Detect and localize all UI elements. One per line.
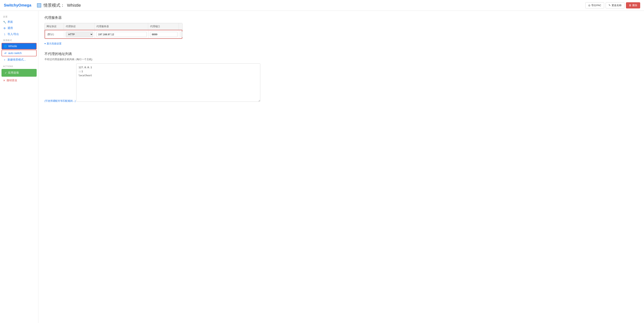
proxy-port-cell bbox=[148, 31, 179, 38]
profile-color-square bbox=[37, 3, 41, 7]
scenarios-section-label: 情景模式 bbox=[0, 37, 38, 42]
no-proxy-desc: 不经过代理连接的主机列表: (每行一个主机) bbox=[44, 58, 638, 61]
header-proxy-protocol: 代理协议 bbox=[64, 23, 94, 30]
add-icon: + bbox=[3, 58, 6, 61]
header-actions: ◎ 导出PAC ✎ 更改名称 🗑 删除 bbox=[585, 2, 640, 8]
discard-button[interactable]: ✕ 撤销更改 bbox=[0, 77, 20, 83]
main-content: 代理服务器 网址协议 代理协议 代理服务器 代理端口 (默认) HTTP HTT… bbox=[38, 11, 644, 323]
no-proxy-section: 不代理的地址列表 不经过代理连接的主机列表: (每行一个主机) (可使用通配符等… bbox=[44, 51, 638, 103]
export-pac-button[interactable]: ◎ 导出PAC bbox=[585, 2, 604, 8]
page-title: 情景模式： Whistle bbox=[44, 2, 81, 8]
import-icon: ⤵ bbox=[3, 33, 6, 36]
cancel-icon: ✕ bbox=[3, 79, 5, 82]
lock-icon: 🔒 bbox=[182, 33, 183, 36]
header-proxy-port: 代理端口 bbox=[148, 23, 179, 30]
header: SwitchyOmega 情景模式： Whistle ◎ 导出PAC ✎ 更改名… bbox=[0, 0, 644, 11]
delete-icon: 🗑 bbox=[629, 4, 631, 7]
proxy-server-cell bbox=[95, 31, 148, 38]
default-protocol-label: (默认) bbox=[46, 33, 55, 36]
proxy-table-header: 网址协议 代理协议 代理服务器 代理端口 bbox=[45, 23, 182, 30]
proxy-protocol-select[interactable]: HTTP HTTPS SOCKS4 SOCKS5 bbox=[66, 32, 93, 37]
main-layout: 设置 🔧 界面 ⚙ 通用 ⤵ 导入/导出 情景模式 🌐 Whistle ⇄ au… bbox=[0, 11, 644, 323]
lock-cell: 🔒 bbox=[179, 30, 182, 38]
settings-section-label: 设置 bbox=[0, 14, 38, 19]
apply-button[interactable]: ✓ 应用选项 bbox=[2, 69, 36, 77]
lock-button[interactable]: 🔒 bbox=[181, 31, 182, 37]
advanced-settings-link[interactable]: ▾ 显示高级设置 bbox=[44, 40, 638, 47]
url-protocol-cell: (默认) bbox=[45, 31, 64, 37]
gear-icon: ⚙ bbox=[3, 27, 6, 30]
export-pac-icon: ◎ bbox=[588, 4, 590, 7]
header-proxy-server: 代理服务器 bbox=[94, 23, 148, 30]
wrench-icon: 🔧 bbox=[3, 21, 6, 23]
proxy-table-row: (默认) HTTP HTTPS SOCKS4 SOCKS5 bbox=[45, 30, 182, 39]
proxy-protocol-cell: HTTP HTTPS SOCKS4 SOCKS5 bbox=[64, 30, 95, 38]
sidebar-item-interface[interactable]: 🔧 界面 bbox=[0, 19, 38, 25]
header-url-protocol: 网址协议 bbox=[45, 23, 64, 30]
header-actions bbox=[179, 23, 182, 30]
proxy-server-input[interactable] bbox=[96, 32, 147, 37]
sidebar-item-new-scenario[interactable]: + 新建情景模式... bbox=[0, 57, 38, 63]
page-title-area: 情景模式： Whistle bbox=[37, 2, 585, 8]
sidebar-item-general[interactable]: ⚙ 通用 bbox=[0, 25, 38, 31]
rename-button[interactable]: ✎ 更改名称 bbox=[606, 2, 624, 8]
logo: SwitchyOmega bbox=[4, 3, 31, 7]
sidebar-item-auto-switch[interactable]: ⇄ auto switch bbox=[2, 50, 36, 56]
proxy-port-input[interactable] bbox=[150, 32, 178, 37]
no-proxy-textarea[interactable]: 127.0.0.1 ::1 localhost bbox=[76, 63, 260, 102]
globe-icon: 🌐 bbox=[4, 45, 7, 48]
rename-icon: ✎ bbox=[608, 4, 611, 7]
no-proxy-title: 不代理的地址列表 bbox=[44, 51, 638, 56]
no-proxy-rules-link[interactable]: (可使用通配符等匹配规则...) bbox=[44, 99, 76, 102]
sidebar-item-import-export[interactable]: ⤵ 导入/导出 bbox=[0, 31, 38, 37]
switch-icon: ⇄ bbox=[4, 52, 7, 55]
sidebar: 设置 🔧 界面 ⚙ 通用 ⤵ 导入/导出 情景模式 🌐 Whistle ⇄ au… bbox=[0, 11, 38, 323]
sidebar-item-whistle[interactable]: 🌐 Whistle bbox=[2, 43, 36, 49]
actions-section-label: ACTIONS bbox=[0, 63, 38, 68]
check-icon: ✓ bbox=[4, 71, 7, 74]
delete-button[interactable]: 🗑 删除 bbox=[626, 2, 640, 8]
proxy-section-title: 代理服务器 bbox=[44, 15, 638, 20]
proxy-table: 网址协议 代理协议 代理服务器 代理端口 (默认) HTTP HTTPS SOC… bbox=[44, 23, 182, 39]
